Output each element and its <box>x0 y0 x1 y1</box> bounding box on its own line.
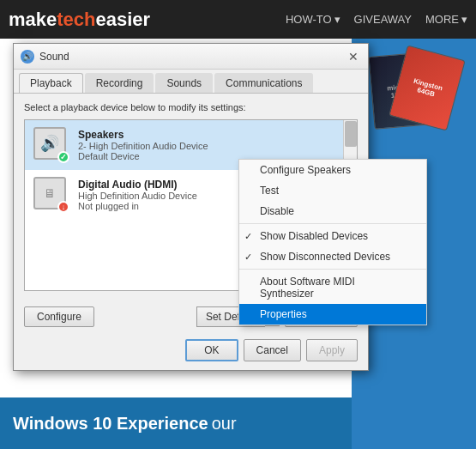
check-disabled-icon: ✓ <box>244 231 252 242</box>
close-button[interactable]: ✕ <box>346 49 361 64</box>
dialog-ok-bar: OK Cancel Apply <box>14 334 368 370</box>
tab-communications[interactable]: Communications <box>214 73 313 93</box>
website-footer-banner: Windows 10 Experience our <box>0 397 352 449</box>
ctx-separator-1 <box>239 223 426 224</box>
dialog-app-icon: 🔊 <box>21 50 34 64</box>
context-menu: Configure Speakers Test Disable ✓ Show D… <box>238 159 427 325</box>
sd-card-illustration: microXC128GB Kingston64GB <box>363 47 466 133</box>
scrollbar-thumb <box>345 121 357 147</box>
dialog-titlebar: 🔊 Sound ✕ <box>14 44 368 70</box>
footer-suffix: our <box>212 414 237 434</box>
logo-easier: easier <box>96 9 151 30</box>
configure-button[interactable]: Configure <box>24 306 94 327</box>
hdmi-icon-wrap: 🖥 ↓ <box>33 177 69 213</box>
apply-button[interactable]: Apply <box>306 339 358 361</box>
tab-bar: Playback Recording Sounds Communications <box>14 70 368 94</box>
tab-playback[interactable]: Playback <box>19 73 83 93</box>
ctx-separator-2 <box>239 269 426 270</box>
footer-text: Windows 10 Experience <box>13 414 208 434</box>
speakers-status-badge: ✓ <box>57 151 69 163</box>
tab-sounds[interactable]: Sounds <box>155 73 213 93</box>
nav-howto[interactable]: HOW-TO ▾ <box>286 13 340 26</box>
check-disconnected-icon: ✓ <box>244 252 252 263</box>
dialog-instruction: Select a playback device below to modify… <box>24 102 358 112</box>
speakers-line1: 2- High Definition Audio Device <box>78 141 348 151</box>
ctx-properties[interactable]: Properties <box>239 304 426 325</box>
speakers-icon-wrap: 🔊 ✓ <box>33 127 69 163</box>
nav-giveaway[interactable]: GIVEAWAY <box>354 13 412 26</box>
site-logo: maketecheasier <box>9 9 150 31</box>
cancel-button[interactable]: Cancel <box>244 339 301 361</box>
ctx-show-disabled[interactable]: ✓ Show Disabled Devices <box>239 226 426 246</box>
nav-bar: HOW-TO ▾ GIVEAWAY MORE ▾ <box>286 13 467 26</box>
ctx-test[interactable]: Test <box>239 180 426 201</box>
ctx-disable[interactable]: Disable <box>239 201 426 221</box>
tab-recording[interactable]: Recording <box>85 73 154 93</box>
speakers-info: Speakers 2- High Definition Audio Device… <box>78 129 348 161</box>
ok-button[interactable]: OK <box>185 339 238 361</box>
ctx-show-disconnected[interactable]: ✓ Show Disconnected Devices <box>239 246 426 267</box>
speakers-name: Speakers <box>78 129 348 141</box>
logo-tech: tech <box>57 9 95 30</box>
ctx-configure-speakers[interactable]: Configure Speakers <box>239 160 426 180</box>
hdmi-status-badge: ↓ <box>57 201 69 213</box>
nav-more[interactable]: MORE ▾ <box>425 13 467 26</box>
website-header: maketecheasier HOW-TO ▾ GIVEAWAY MORE ▾ <box>0 0 476 39</box>
ctx-about-midi[interactable]: About Software MIDI Synthesizer <box>239 271 426 304</box>
logo-make: make <box>9 9 57 30</box>
dialog-title: Sound <box>39 51 340 63</box>
